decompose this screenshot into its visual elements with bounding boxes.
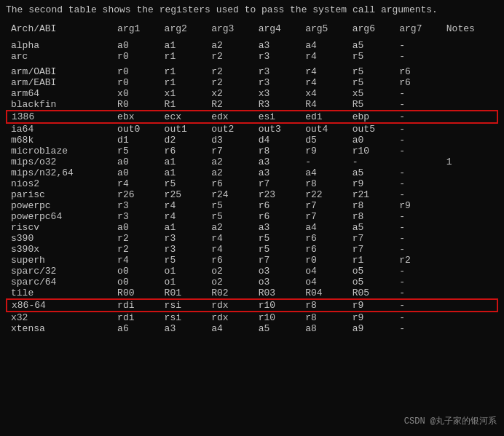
table-cell: o0 xyxy=(113,277,160,288)
table-cell: r10 xyxy=(254,312,302,323)
table-cell: r2 xyxy=(207,77,254,88)
table-cell: r6 xyxy=(207,255,254,266)
table-cell: ebx xyxy=(113,111,160,123)
table-cell: a0 xyxy=(113,222,160,233)
table-cell: R05 xyxy=(348,288,395,299)
table-row: alphaa0a1a2a3a4a5- xyxy=(7,40,497,51)
table-cell: r6 xyxy=(301,244,348,255)
table-header-row: Arch/ABIarg1arg2arg3arg4arg5arg6arg7Note… xyxy=(7,23,497,37)
table-cell: parisc xyxy=(7,189,113,200)
table-cell: r9 xyxy=(348,312,395,323)
table-cell xyxy=(442,88,497,99)
table-cell: d3 xyxy=(207,135,254,146)
table-cell: R3 xyxy=(254,99,302,111)
table-cell: r26 xyxy=(113,189,160,200)
table-cell: a5 xyxy=(348,40,395,51)
table-cell: r2 xyxy=(395,255,442,266)
table-cell xyxy=(442,323,497,334)
table-cell: powerpc xyxy=(7,200,113,211)
table-cell: r10 xyxy=(254,299,302,312)
table-cell: r0 xyxy=(113,77,160,88)
table-cell: r8 xyxy=(348,200,395,211)
table-cell: r5 xyxy=(160,178,208,189)
table-cell: out1 xyxy=(160,123,208,135)
table-cell xyxy=(442,66,497,77)
table-cell: a3 xyxy=(254,167,302,178)
table-cell: o5 xyxy=(348,277,395,288)
register-table: Arch/ABIarg1arg2arg3arg4arg5arg6arg7Note… xyxy=(6,23,498,334)
table-cell: r4 xyxy=(301,66,348,77)
table-cell: r9 xyxy=(395,200,442,211)
table-cell: x1 xyxy=(160,88,208,99)
table-cell: R00 xyxy=(113,288,160,299)
table-cell: R04 xyxy=(301,288,348,299)
table-row: microblazer5r6r7r8r9r10- xyxy=(7,146,497,156)
table-cell: r8 xyxy=(301,299,348,312)
table-cell: r24 xyxy=(207,189,254,200)
table-cell: - xyxy=(395,323,442,334)
table-cell xyxy=(442,288,497,299)
table-cell: o5 xyxy=(348,266,395,277)
table-cell: s390x xyxy=(7,244,113,255)
table-cell: x86-64 xyxy=(7,299,113,312)
table-cell: a9 xyxy=(348,323,395,334)
table-cell: r5 xyxy=(348,66,395,77)
table-cell xyxy=(442,51,497,62)
table-cell: o2 xyxy=(207,266,254,277)
table-cell: o4 xyxy=(301,266,348,277)
table-cell xyxy=(442,123,497,135)
table-cell: r1 xyxy=(348,255,395,266)
table-cell xyxy=(442,146,497,156)
table-cell: r3 xyxy=(160,244,208,255)
table-row: riscva0a1a2a3a4a5- xyxy=(7,222,497,233)
table-cell: r3 xyxy=(113,200,160,211)
table-cell: r4 xyxy=(113,255,160,266)
table-cell: o2 xyxy=(207,277,254,288)
table-cell: r4 xyxy=(207,244,254,255)
table-cell xyxy=(442,189,497,200)
table-cell xyxy=(442,178,497,189)
table-row: s390r2r3r4r5r6r7- xyxy=(7,233,497,244)
table-cell: r4 xyxy=(160,200,208,211)
table-cell: r4 xyxy=(160,211,208,222)
table-cell: r8 xyxy=(301,178,348,189)
table-cell: r8 xyxy=(301,312,348,323)
table-cell: r7 xyxy=(254,178,302,189)
table-cell: microblaze xyxy=(7,146,113,156)
table-row: tileR00R01R02R03R04R05- xyxy=(7,288,497,299)
table-cell: - xyxy=(395,146,442,156)
table-cell: ebp xyxy=(348,111,395,123)
table-cell: a8 xyxy=(301,323,348,334)
table-cell xyxy=(442,222,497,233)
table-cell xyxy=(442,135,497,146)
table-cell: r5 xyxy=(348,51,395,62)
table-cell: a0 xyxy=(113,40,160,51)
table-cell: xtensa xyxy=(7,323,113,334)
table-cell xyxy=(442,77,497,88)
table-cell: r1 xyxy=(160,51,208,62)
table-cell: ecx xyxy=(160,111,208,123)
table-cell: r6 xyxy=(254,200,302,211)
table-cell: - xyxy=(395,266,442,277)
table-cell xyxy=(442,277,497,288)
table-cell: r1 xyxy=(160,66,208,77)
table-cell: - xyxy=(348,156,395,167)
table-cell: mips/n32,64 xyxy=(7,167,113,178)
table-cell: rdx xyxy=(207,299,254,312)
table-row: x32rdirsirdxr10r8r9- xyxy=(7,312,497,323)
register-table-container: Arch/ABIarg1arg2arg3arg4arg5arg6arg7Note… xyxy=(6,23,498,334)
table-cell: ia64 xyxy=(7,123,113,135)
table-cell: r2 xyxy=(113,244,160,255)
table-cell: x5 xyxy=(348,88,395,99)
table-cell: R01 xyxy=(160,288,208,299)
table-cell xyxy=(442,266,497,277)
table-cell: r6 xyxy=(395,66,442,77)
intro-text: The second table shows the registers use… xyxy=(6,4,498,15)
table-cell: a0 xyxy=(113,167,160,178)
table-cell: a5 xyxy=(254,323,302,334)
table-cell: a3 xyxy=(254,156,302,167)
table-cell: riscv xyxy=(7,222,113,233)
table-cell: blackfin xyxy=(7,99,113,111)
table-cell: - xyxy=(395,135,442,146)
table-cell: d4 xyxy=(254,135,302,146)
